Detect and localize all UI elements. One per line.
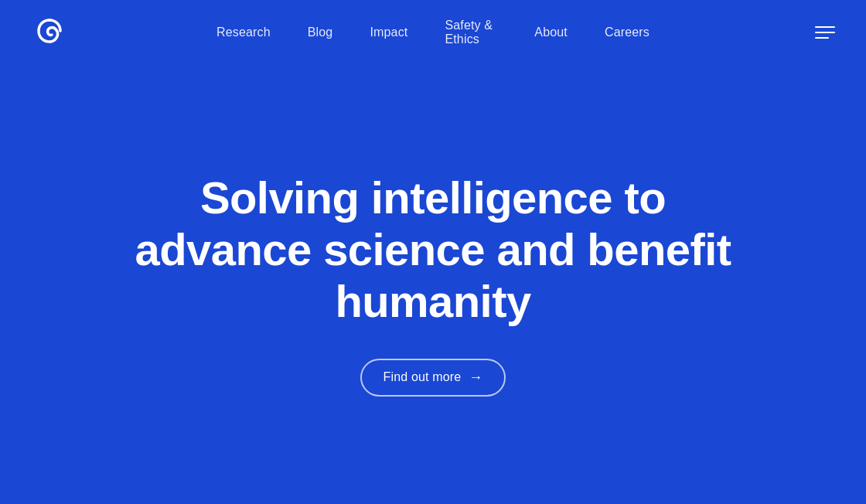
nav-careers[interactable]: Careers [605,26,650,39]
menu-line-top [815,26,835,28]
arrow-right-icon: → [469,369,482,386]
nav-research[interactable]: Research [216,26,271,39]
nav-safety-ethics[interactable]: Safety & Ethics [445,19,497,46]
nav-about[interactable]: About [534,26,568,39]
logo[interactable] [31,14,68,51]
navigation: Research Blog Impact Safety & Ethics Abo… [0,0,866,65]
find-out-more-button[interactable]: Find out more → [360,359,506,397]
nav-links: Research Blog Impact Safety & Ethics Abo… [216,19,650,46]
menu-line-bottom [815,37,829,39]
menu-line-middle [815,32,835,33]
nav-blog[interactable]: Blog [308,26,333,39]
logo-icon [31,14,68,51]
hero-section: Solving intelligence to advance science … [0,65,866,504]
menu-button[interactable] [815,26,835,39]
hero-title: Solving intelligence to advance science … [131,172,735,327]
cta-label: Find out more [384,370,462,384]
nav-impact[interactable]: Impact [370,26,407,39]
